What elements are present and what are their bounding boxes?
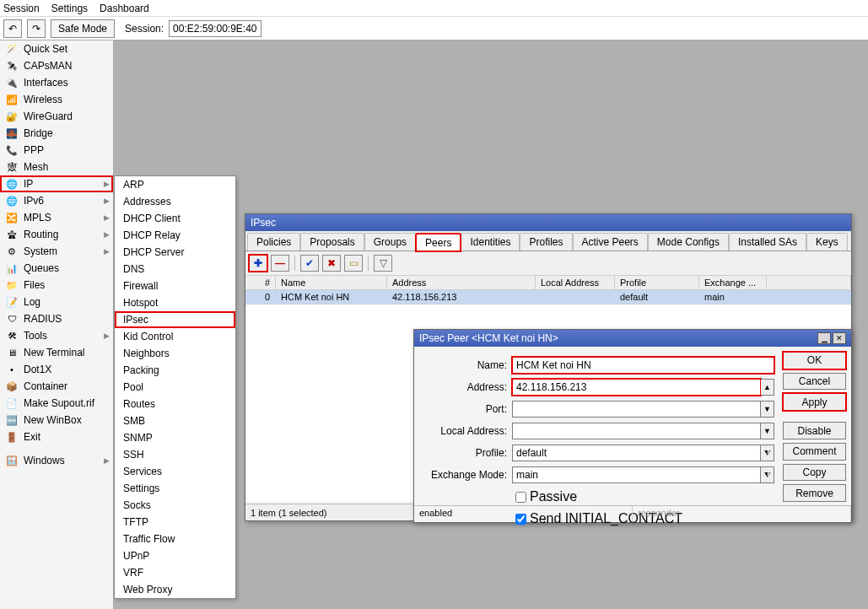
col-num[interactable]: # (245, 276, 276, 289)
col-addr[interactable]: Address (387, 276, 536, 289)
tab-mode-configs[interactable]: Mode Configs (648, 233, 729, 251)
submenu-item-vrf[interactable]: VRF (115, 564, 235, 581)
sidebar-item-wireguard[interactable]: 🔐WireGuard (0, 108, 113, 125)
sidebar-item-exit[interactable]: 🚪Exit (0, 428, 113, 445)
sidebar-item-ppp[interactable]: 📞PPP (0, 142, 113, 159)
submenu-item-kid-control[interactable]: Kid Control (115, 328, 235, 345)
port-input[interactable] (512, 401, 761, 418)
sidebar-item-ipv6[interactable]: 🌐IPv6▶ (0, 192, 113, 209)
copy-button[interactable]: Copy (783, 464, 846, 482)
sidebar-item-ip[interactable]: 🌐IP▶ (0, 175, 113, 192)
exchange-mode-dropdown-icon[interactable]: ⧨ (761, 466, 774, 483)
remove-button[interactable]: — (271, 255, 289, 272)
close-icon[interactable]: ✕ (833, 332, 846, 344)
sidebar-item-quick-set[interactable]: 🪄Quick Set (0, 40, 113, 57)
submenu-item-traffic-flow[interactable]: Traffic Flow (115, 531, 235, 547)
peer-dialog-titlebar[interactable]: IPsec Peer <HCM Ket noi HN> ▁ ✕ (414, 330, 851, 347)
port-down-icon[interactable]: ▼ (761, 401, 774, 418)
exchange-mode-select[interactable]: main (512, 466, 761, 483)
col-prof[interactable]: Profile (615, 276, 699, 289)
menu-session[interactable]: Session (3, 3, 40, 14)
submenu-item-addresses[interactable]: Addresses (115, 193, 235, 210)
submenu-item-ssh[interactable]: SSH (115, 446, 235, 463)
disable-button[interactable]: Disable (783, 422, 846, 439)
sidebar-item-interfaces[interactable]: 🔌Interfaces (0, 74, 113, 91)
submenu-item-dhcp-relay[interactable]: DHCP Relay (115, 227, 235, 244)
menu-settings[interactable]: Settings (51, 3, 88, 14)
comment-button[interactable]: ▭ (344, 255, 363, 272)
col-name[interactable]: Name (276, 276, 387, 289)
table-row[interactable]: 0 HCM Ket noi HN 42.118.156.213 default … (245, 290, 851, 304)
tab-profiles[interactable]: Profiles (520, 233, 572, 251)
submenu-item-settings[interactable]: Settings (115, 480, 235, 497)
address-up-icon[interactable]: ▲ (761, 379, 774, 396)
submenu-item-hotspot[interactable]: Hotspot (115, 294, 235, 311)
remove-button[interactable]: Remove (783, 484, 846, 502)
tab-installed-sas[interactable]: Installed SAs (729, 233, 806, 251)
tab-identities[interactable]: Identities (461, 233, 520, 251)
col-exch[interactable]: Exchange ... (699, 276, 767, 289)
redo-button[interactable]: ↷ (27, 19, 46, 38)
ok-button[interactable]: OK (783, 352, 846, 369)
sidebar-item-log[interactable]: 📝Log (0, 294, 113, 310)
col-laddr[interactable]: Local Address (536, 276, 615, 289)
tab-keys[interactable]: Keys (806, 233, 848, 251)
sidebar-item-dot1x[interactable]: •Dot1X (0, 361, 113, 378)
tab-proposals[interactable]: Proposals (300, 233, 364, 251)
ipsec-window-titlebar[interactable]: IPsec (245, 214, 851, 231)
sidebar-item-files[interactable]: 📁Files (0, 277, 113, 294)
submenu-item-snmp[interactable]: SNMP (115, 429, 235, 446)
safe-mode-button[interactable]: Safe Mode (51, 19, 115, 38)
local-address-down-icon[interactable]: ▼ (761, 423, 774, 439)
tab-policies[interactable]: Policies (247, 233, 300, 251)
tab-peers[interactable]: Peers (416, 234, 461, 251)
submenu-item-pool[interactable]: Pool (115, 379, 235, 396)
submenu-item-ipsec[interactable]: IPsec (115, 311, 235, 328)
sidebar-item-wireless[interactable]: 📶Wireless (0, 91, 113, 108)
sidebar-item-routing[interactable]: 🛣Routing▶ (0, 226, 113, 243)
sidebar-item-system[interactable]: ⚙System▶ (0, 243, 113, 260)
tab-active-peers[interactable]: Active Peers (573, 233, 648, 251)
menu-dashboard[interactable]: Dashboard (100, 3, 149, 14)
sidebar-item-tools[interactable]: 🛠Tools▶ (0, 327, 113, 344)
sidebar-item-mesh[interactable]: 🕸Mesh (0, 159, 113, 175)
local-address-input[interactable] (512, 423, 761, 439)
submenu-item-packing[interactable]: Packing (115, 362, 235, 379)
minimize-icon[interactable]: ▁ (817, 332, 831, 344)
profile-select[interactable]: default (512, 445, 761, 461)
add-button[interactable]: ✚ (249, 255, 267, 272)
sidebar-item-container[interactable]: 📦Container (0, 378, 113, 395)
submenu-item-services[interactable]: Services (115, 463, 235, 480)
sidebar-item-radius[interactable]: 🛡RADIUS (0, 310, 113, 327)
profile-dropdown-icon[interactable]: ⧨ (761, 445, 774, 461)
address-input[interactable] (512, 379, 761, 396)
enable-button[interactable]: ✔ (300, 255, 319, 272)
filter-button[interactable]: ▽ (374, 255, 392, 272)
submenu-item-web-proxy[interactable]: Web Proxy (115, 581, 235, 598)
submenu-item-smb[interactable]: SMB (115, 412, 235, 429)
sidebar-item-new-terminal[interactable]: 🖥New Terminal (0, 344, 113, 361)
submenu-item-routes[interactable]: Routes (115, 396, 235, 412)
submenu-item-firewall[interactable]: Firewall (115, 278, 235, 294)
passive-checkbox[interactable] (515, 492, 526, 503)
submenu-item-dns[interactable]: DNS (115, 261, 235, 278)
submenu-item-upnp[interactable]: UPnP (115, 547, 235, 564)
submenu-item-tftp[interactable]: TFTP (115, 514, 235, 531)
submenu-item-neighbors[interactable]: Neighbors (115, 345, 235, 362)
comment-button[interactable]: Comment (783, 443, 846, 461)
submenu-item-dhcp-server[interactable]: DHCP Server (115, 244, 235, 261)
sidebar-item-make-supout.rif[interactable]: 📄Make Supout.rif (0, 395, 113, 412)
submenu-item-dhcp-client[interactable]: DHCP Client (115, 210, 235, 227)
sidebar-item-queues[interactable]: 📊Queues (0, 260, 113, 277)
sidebar-item-capsman[interactable]: 🛰CAPsMAN (0, 57, 113, 74)
submenu-item-arp[interactable]: ARP (115, 176, 235, 193)
cancel-button[interactable]: Cancel (783, 373, 846, 391)
sidebar-item-mpls[interactable]: 🔀MPLS▶ (0, 209, 113, 226)
sidebar-item-bridge[interactable]: 🌉Bridge (0, 125, 113, 142)
tab-groups[interactable]: Groups (364, 233, 416, 251)
undo-button[interactable]: ↶ (3, 19, 22, 38)
apply-button[interactable]: Apply (783, 393, 846, 411)
sidebar-item-windows[interactable]: 🪟Windows▶ (0, 452, 113, 469)
disable-button[interactable]: ✖ (322, 255, 341, 272)
submenu-item-socks[interactable]: Socks (115, 497, 235, 514)
